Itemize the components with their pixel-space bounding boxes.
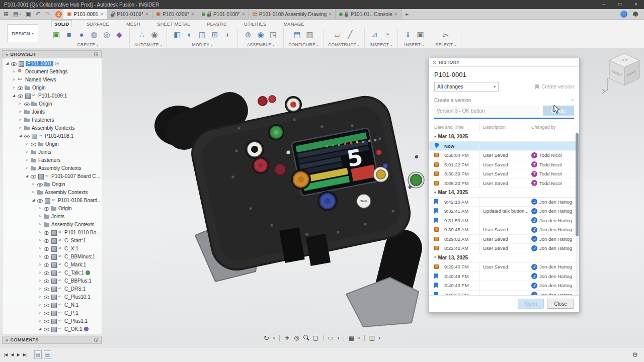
insert-derive-icon[interactable]: ⇓ (403, 29, 414, 40)
tree-item-label[interactable]: Fasteners (32, 117, 54, 123)
go-to-start-button[interactable]: |◀ (4, 352, 7, 357)
history-row[interactable]: 8:29:02 AM User Saved J Jon den Hartog (429, 235, 579, 244)
ribbon-tab[interactable]: MANAGE (281, 21, 306, 27)
panel-menu-icon[interactable] (94, 52, 98, 56)
expand-arrow-icon[interactable] (31, 198, 36, 202)
pan-icon[interactable] (283, 334, 291, 342)
tree-item-label[interactable]: Origin (52, 182, 65, 187)
history-row[interactable]: 9:29:40 PM User Saved J Jon den Hartog (429, 262, 579, 272)
tree-item[interactable]: C_Mark:1 (4, 260, 102, 268)
tree-item-label[interactable]: P101-0106 Board... (58, 198, 102, 203)
ribbon-tab[interactable]: MESH (124, 21, 142, 27)
tree-item-label[interactable]: Named Views (25, 77, 56, 82)
ribbon-group-label[interactable]: AUTOMATE (134, 42, 162, 47)
tree-item-label[interactable]: Assembly Contexts (51, 222, 95, 227)
expand-arrow-icon[interactable] (38, 279, 42, 283)
combine-icon[interactable]: ⊞ (209, 29, 220, 40)
joint-icon[interactable]: ◉ (255, 29, 266, 40)
close-tab-icon[interactable] (191, 12, 194, 17)
configure-features-icon[interactable]: ▥ (304, 29, 315, 40)
visibility-eye-icon[interactable] (44, 326, 49, 332)
tree-item[interactable]: Joints (4, 148, 102, 156)
zoom-icon[interactable] (302, 334, 310, 342)
history-row[interactable]: 3:08:33 PM User Saved T Todd Nicol (429, 179, 579, 189)
visibility-eye-icon[interactable] (37, 182, 43, 187)
expand-arrow-icon[interactable] (18, 118, 23, 122)
expand-arrow-icon[interactable] (25, 158, 29, 162)
ribbon-group-label[interactable]: CONSTRUCT (328, 42, 359, 47)
history-row[interactable]: Mar 13, 2025 (429, 253, 579, 263)
tree-item[interactable]: C_BBPlus:1 (4, 277, 102, 285)
tree-item[interactable]: Fasteners (4, 116, 102, 124)
comments-menu-icon[interactable] (94, 338, 98, 342)
activate-component-icon[interactable] (55, 61, 59, 66)
ribbon-tab[interactable]: SOLID (51, 20, 72, 27)
version-name-input[interactable] (434, 106, 540, 116)
tree-item[interactable]: Origin (4, 100, 102, 108)
new-tab-button[interactable]: + (401, 9, 413, 19)
ribbon-tab[interactable]: SURFACE (84, 21, 112, 27)
timeline-settings-icon[interactable] (632, 351, 644, 358)
tree-item[interactable]: Assembly Contexts (4, 164, 102, 172)
expand-arrow-icon[interactable] (38, 270, 42, 275)
notification-badge[interactable]: 2 (55, 11, 62, 18)
expand-arrow-icon[interactable] (38, 319, 42, 323)
tree-item[interactable]: P101-0108:1 (4, 132, 102, 140)
tree-item-label[interactable]: P101-0001 (26, 61, 53, 66)
timeline-feature-icon[interactable] (44, 350, 51, 359)
visibility-eye-icon[interactable] (31, 141, 36, 147)
tree-item-label[interactable]: C_DRS:1 (64, 286, 86, 292)
history-row[interactable]: Now (429, 142, 579, 151)
tree-item-label[interactable]: P101-0109:1 (38, 93, 67, 99)
tree-item-label[interactable]: C_OK:1 (64, 326, 83, 332)
tree-item[interactable]: Assembly Contexts (4, 220, 102, 228)
redo-button[interactable] (45, 11, 50, 17)
decal-icon[interactable]: ▣ (415, 29, 426, 40)
visibility-eye-icon[interactable] (24, 101, 30, 107)
visibility-eye-icon[interactable] (18, 85, 23, 90)
new-component-icon[interactable]: ⊕ (243, 29, 254, 40)
group-collapse-icon[interactable] (434, 135, 436, 139)
create-form-icon[interactable]: ◆ (114, 29, 125, 40)
tree-item[interactable]: Joints (4, 212, 102, 220)
model-canvas[interactable]: 5 (0, 48, 644, 347)
history-row[interactable]: 9:42:18 AM J Jon den Hartog (429, 198, 579, 207)
expand-arrow-icon[interactable] (25, 150, 29, 154)
tree-item[interactable]: P101-0109:1 (4, 92, 102, 100)
expand-arrow-icon[interactable] (38, 295, 42, 299)
visibility-eye-icon[interactable] (37, 198, 43, 203)
tree-item[interactable]: C_N:1 (4, 301, 102, 309)
group-collapse-icon[interactable] (434, 255, 436, 259)
tree-item[interactable]: Document Settings (4, 67, 102, 75)
changes-filter-select[interactable]: All changes (434, 82, 499, 92)
expand-arrow-icon[interactable] (25, 174, 29, 178)
minimize-button[interactable] (596, 0, 612, 9)
expand-arrow-icon[interactable] (38, 230, 42, 234)
tree-item-label[interactable]: C_Talk:1 (64, 270, 84, 276)
file-menu-button[interactable]: ▾ (13, 11, 21, 17)
tree-item[interactable]: C_X:1 (4, 244, 102, 252)
close-create-version-icon[interactable] (571, 97, 574, 103)
expand-arrow-icon[interactable] (25, 142, 29, 146)
ribbon-group-label[interactable]: SELECT (436, 42, 456, 47)
viewports-icon[interactable] (368, 334, 376, 342)
tree-item[interactable]: P101-0107 Board Con... (4, 172, 102, 180)
tree-item[interactable]: P101-0106 Board... (4, 196, 102, 204)
history-panel-header[interactable]: HISTORY (429, 58, 579, 67)
visibility-eye-icon[interactable] (44, 286, 49, 292)
tree-item-label[interactable]: Origin (45, 141, 59, 147)
tree-item[interactable]: Joints (4, 108, 102, 116)
expand-arrow-icon[interactable] (12, 85, 16, 89)
close-button[interactable]: Close (547, 299, 574, 309)
cylinder-icon[interactable]: ● (76, 29, 87, 40)
tree-item[interactable]: Origin (4, 180, 102, 188)
tree-item[interactable]: Assembly Contexts (4, 188, 102, 196)
close-tab-icon[interactable] (242, 12, 245, 17)
tree-item[interactable]: Origin (4, 204, 102, 212)
user-avatar[interactable] (620, 11, 627, 18)
grid-caret-icon[interactable] (357, 334, 361, 342)
tree-item-label[interactable]: C_Start:1 (64, 238, 86, 243)
tree-item[interactable]: C_Start:1 (4, 236, 102, 244)
expand-arrow-icon[interactable] (31, 190, 36, 194)
press-pull-icon[interactable]: ◧ (172, 29, 183, 40)
